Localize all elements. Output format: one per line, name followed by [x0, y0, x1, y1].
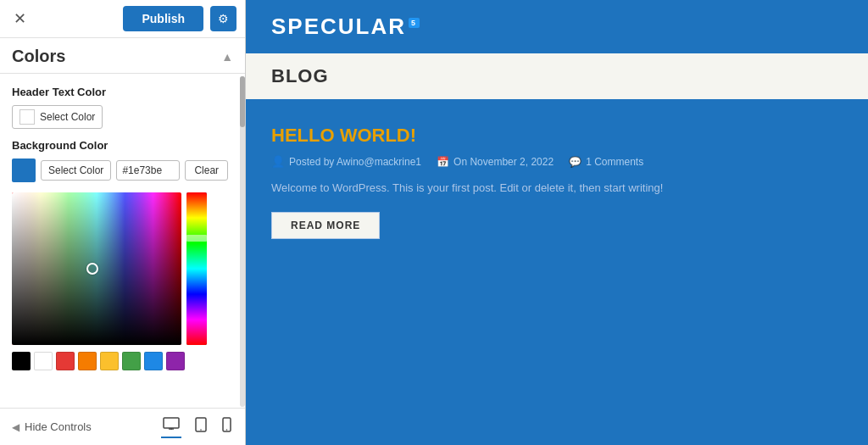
clear-button[interactable]: Clear [185, 160, 228, 181]
panel-content: Header Text Color Select Color Backgroun… [0, 74, 245, 408]
top-bar: ✕ Publish ⚙ [0, 0, 245, 38]
swatch-yellow[interactable] [100, 352, 119, 370]
panel-title-bar: Colors ▲ [0, 38, 245, 74]
svg-point-11 [226, 429, 228, 431]
swatch-red[interactable] [56, 352, 75, 370]
blog-page-title: BLOG [271, 65, 843, 87]
svg-rect-2 [12, 192, 181, 345]
swatch-black[interactable] [12, 352, 31, 370]
post-excerpt: Welcome to WordPress. This is your first… [271, 180, 763, 197]
comment-icon: 💬 [569, 156, 581, 168]
color-gradient-canvas[interactable] [12, 192, 181, 345]
hue-slider[interactable] [186, 192, 207, 345]
mobile-view-button[interactable] [220, 415, 233, 438]
blog-title-bar: BLOG [246, 53, 868, 99]
bg-color-row: Select Color Clear [12, 159, 233, 182]
author-icon: 👤 [271, 155, 285, 168]
post-author: Posted by Awino@mackrine1 [289, 156, 421, 168]
swatch-white[interactable] [34, 352, 53, 370]
bg-color-swatch [12, 159, 36, 182]
blog-logo: SPECULAR5 [271, 14, 420, 40]
hide-controls-label: Hide Controls [25, 420, 92, 433]
post-meta: 👤 Posted by Awino@mackrine1 📅 On Novembe… [271, 155, 763, 168]
swatch-blue[interactable] [144, 352, 163, 370]
post-comments-item: 💬 1 Comments [569, 156, 643, 168]
header-text-color-label: Header Text Color [12, 86, 233, 98]
blog-content-area: HELLO WORLD! 👤 Posted by Awino@mackrine1… [246, 99, 868, 445]
panel-title: Colors [12, 47, 65, 66]
header-text-color-button[interactable]: Select Color [12, 105, 103, 129]
svg-rect-4 [186, 235, 207, 242]
color-picker-container [12, 192, 233, 345]
header-text-color-btn-label: Select Color [40, 111, 95, 123]
settings-button[interactable]: ⚙ [210, 6, 236, 31]
background-color-label: Background Color [12, 139, 233, 152]
scrollbar-track [240, 76, 245, 407]
svg-rect-5 [164, 418, 179, 428]
phone-icon [222, 417, 231, 432]
blog-post-card: HELLO WORLD! 👤 Posted by Awino@mackrine1… [271, 125, 763, 239]
bottom-bar: ◀ Hide Controls [0, 408, 245, 445]
logo-badge: 5 [409, 18, 420, 28]
bg-select-color-button[interactable]: Select Color [41, 160, 111, 181]
svg-rect-3 [186, 192, 207, 345]
right-panel: SPECULAR5 BLOG HELLO WORLD! 👤 Posted by … [246, 0, 868, 445]
swatch-purple[interactable] [166, 352, 185, 370]
publish-button[interactable]: Publish [123, 6, 203, 31]
desktop-icon [163, 417, 180, 431]
post-comments: 1 Comments [586, 156, 643, 168]
blog-header: SPECULAR5 [246, 0, 868, 53]
hide-controls-button[interactable]: ◀ Hide Controls [12, 420, 92, 433]
tablet-view-button[interactable] [193, 415, 209, 438]
tablet-icon [195, 417, 207, 432]
post-date-item: 📅 On November 2, 2022 [437, 156, 554, 168]
swatch-green[interactable] [122, 352, 141, 370]
read-more-button[interactable]: READ MORE [271, 212, 380, 239]
date-icon: 📅 [437, 156, 449, 168]
svg-point-9 [200, 429, 202, 431]
header-text-color-section: Header Text Color Select Color [12, 86, 233, 129]
background-color-section: Background Color Select Color Clear [12, 139, 233, 182]
header-text-color-swatch [19, 109, 35, 125]
close-button[interactable]: ✕ [8, 8, 31, 30]
hex-input[interactable] [116, 160, 180, 181]
post-date: On November 2, 2022 [453, 156, 554, 168]
scroll-up-arrow[interactable]: ▲ [221, 50, 233, 64]
scrollbar-thumb[interactable] [240, 76, 245, 127]
desktop-view-button[interactable] [161, 415, 181, 438]
swatch-orange[interactable] [78, 352, 97, 370]
bg-select-color-label: Select Color [48, 164, 103, 176]
hide-controls-arrow: ◀ [12, 421, 19, 433]
left-panel: ✕ Publish ⚙ Colors ▲ Header Text Color S… [0, 0, 246, 445]
color-swatches-row [12, 352, 233, 370]
bottom-icons [161, 415, 233, 438]
post-title: HELLO WORLD! [271, 125, 763, 147]
post-author-item: 👤 Posted by Awino@mackrine1 [271, 155, 421, 168]
